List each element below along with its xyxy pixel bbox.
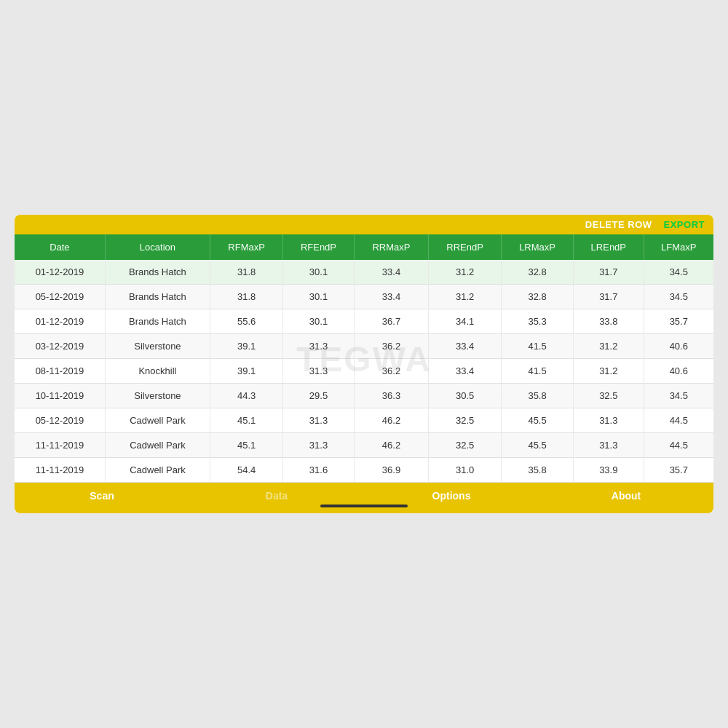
- phone-container: DELETE ROW EXPORT TEGWA Date Location RF…: [0, 0, 728, 728]
- table-row[interactable]: 08-11-2019Knockhill39.131.336.233.441.53…: [15, 359, 713, 384]
- table-cell: 31.3: [574, 408, 644, 433]
- table-cell: Silverstone: [105, 334, 210, 359]
- table-cell: 36.2: [354, 359, 428, 384]
- table-cell: 35.8: [502, 458, 574, 483]
- table-cell: 31.2: [574, 359, 644, 384]
- table-cell: 31.2: [574, 334, 644, 359]
- col-rfmaxp: RFMaxP: [210, 234, 283, 260]
- table-cell: 39.1: [210, 359, 283, 384]
- table-cell: 32.5: [574, 384, 644, 408]
- table-cell: 45.1: [210, 433, 283, 458]
- table-cell: 31.3: [574, 433, 644, 458]
- table-cell: Brands Hatch: [105, 309, 210, 334]
- table-cell: 11-11-2019: [15, 458, 105, 483]
- table-row[interactable]: 10-11-2019Silverstone44.329.536.330.535.…: [15, 384, 713, 408]
- table-cell: 34.5: [644, 384, 713, 408]
- table-cell: 44.5: [644, 408, 713, 433]
- nav-options[interactable]: Options: [364, 490, 539, 502]
- table-row[interactable]: 05-12-2019Brands Hatch31.830.133.431.232…: [15, 285, 713, 309]
- table-row[interactable]: 01-12-2019Brands Hatch55.630.136.734.135…: [15, 309, 713, 334]
- table-row[interactable]: 11-11-2019Cadwell Park45.131.346.232.545…: [15, 433, 713, 458]
- table-cell: 33.8: [574, 309, 644, 334]
- table-cell: 34.5: [644, 260, 713, 285]
- table-cell: 36.7: [354, 309, 428, 334]
- table-cell: 45.1: [210, 408, 283, 433]
- table-cell: 31.2: [429, 260, 502, 285]
- col-rrmaxp: RRMaxP: [354, 234, 428, 260]
- col-date: Date: [15, 234, 105, 260]
- table-cell: 36.2: [354, 334, 428, 359]
- col-rrendp: RREndP: [429, 234, 502, 260]
- table-cell: 31.2: [429, 285, 502, 309]
- table-cell: 31.8: [210, 260, 283, 285]
- table-cell: 31.6: [283, 458, 355, 483]
- table-cell: Brands Hatch: [105, 260, 210, 285]
- table-cell: Cadwell Park: [105, 433, 210, 458]
- table-cell: 31.0: [429, 458, 502, 483]
- table-cell: 31.7: [574, 285, 644, 309]
- table-cell: 33.4: [429, 359, 502, 384]
- table-cell: Brands Hatch: [105, 285, 210, 309]
- col-lfmaxp: LFMaxP: [644, 234, 713, 260]
- table-cell: 32.8: [502, 260, 574, 285]
- table-cell: 32.8: [502, 285, 574, 309]
- table-cell: 32.5: [429, 408, 502, 433]
- table-cell: 45.5: [502, 433, 574, 458]
- export-button[interactable]: EXPORT: [664, 219, 705, 230]
- table-cell: 45.5: [502, 408, 574, 433]
- table-cell: 31.3: [283, 433, 355, 458]
- table-cell: 34.1: [429, 309, 502, 334]
- nav-data[interactable]: Data: [189, 490, 364, 502]
- table-cell: 32.5: [429, 433, 502, 458]
- data-table: Date Location RFMaxP RFEndP RRMaxP RREnd…: [15, 234, 713, 483]
- table-cell: 44.5: [644, 433, 713, 458]
- col-location: Location: [105, 234, 210, 260]
- table-cell: 01-12-2019: [15, 260, 105, 285]
- nav-about[interactable]: About: [539, 490, 713, 502]
- table-cell: 30.1: [283, 309, 355, 334]
- table-cell: 33.4: [354, 260, 428, 285]
- table-cell: 35.8: [502, 384, 574, 408]
- table-cell: 30.5: [429, 384, 502, 408]
- table-cell: 01-12-2019: [15, 309, 105, 334]
- table-cell: 31.3: [283, 359, 355, 384]
- delete-row-button[interactable]: DELETE ROW: [585, 219, 652, 230]
- table-cell: 35.7: [644, 309, 713, 334]
- table-cell: Cadwell Park: [105, 458, 210, 483]
- table-cell: 05-12-2019: [15, 408, 105, 433]
- table-cell: 34.5: [644, 285, 713, 309]
- table-body: 01-12-2019Brands Hatch31.830.133.431.232…: [15, 260, 713, 483]
- table-header-row: Date Location RFMaxP RFEndP RRMaxP RREnd…: [15, 234, 713, 260]
- table-row[interactable]: 01-12-2019Brands Hatch31.830.133.431.232…: [15, 260, 713, 285]
- table-cell: 33.9: [574, 458, 644, 483]
- col-rfendp: RFEndP: [283, 234, 355, 260]
- table-cell: 05-12-2019: [15, 285, 105, 309]
- table-cell: 39.1: [210, 334, 283, 359]
- table-cell: 31.7: [574, 260, 644, 285]
- table-scroll: Date Location RFMaxP RFEndP RRMaxP RREnd…: [15, 234, 713, 483]
- table-row[interactable]: 05-12-2019Cadwell Park45.131.346.232.545…: [15, 408, 713, 433]
- table-container: TEGWA Date Location RFMaxP RFEndP RRMaxP…: [15, 234, 713, 483]
- table-cell: 10-11-2019: [15, 384, 105, 408]
- home-bar: [320, 505, 408, 507]
- app-wrapper: DELETE ROW EXPORT TEGWA Date Location RF…: [15, 215, 713, 513]
- table-row[interactable]: 03-12-2019Silverstone39.131.336.233.441.…: [15, 334, 713, 359]
- table-cell: 35.7: [644, 458, 713, 483]
- nav-scan[interactable]: Scan: [15, 490, 189, 502]
- table-cell: 33.4: [429, 334, 502, 359]
- table-cell: 46.2: [354, 408, 428, 433]
- bottom-nav: Scan Data Options About: [15, 483, 713, 505]
- col-lrendp: LREndP: [574, 234, 644, 260]
- table-row[interactable]: 11-11-2019Cadwell Park54.431.636.931.035…: [15, 458, 713, 483]
- table-cell: 40.6: [644, 359, 713, 384]
- table-cell: Silverstone: [105, 384, 210, 408]
- table-cell: Knockhill: [105, 359, 210, 384]
- table-cell: Cadwell Park: [105, 408, 210, 433]
- table-cell: 35.3: [502, 309, 574, 334]
- table-cell: 31.8: [210, 285, 283, 309]
- table-cell: 31.3: [283, 408, 355, 433]
- table-cell: 29.5: [283, 384, 355, 408]
- table-cell: 36.9: [354, 458, 428, 483]
- table-cell: 55.6: [210, 309, 283, 334]
- toolbar: DELETE ROW EXPORT: [15, 215, 713, 234]
